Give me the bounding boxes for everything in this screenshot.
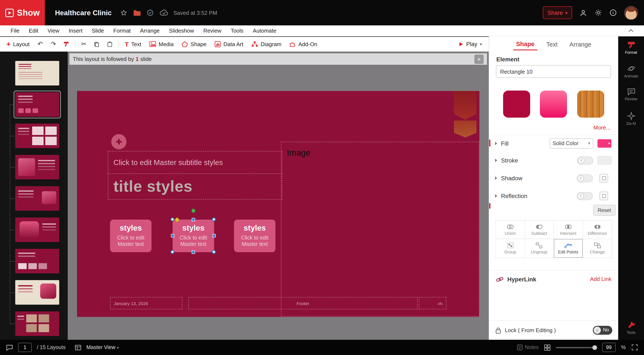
medical-cross-badge[interactable] [111,134,126,149]
reset-button[interactable]: Reset [593,205,616,216]
subtract-button[interactable]: Subtract [525,220,554,239]
notes-button[interactable]: Notes [517,344,538,350]
tab-text[interactable]: Text [543,38,560,50]
format-painter-button[interactable] [62,39,71,49]
grid-view-icon[interactable] [544,344,550,350]
shadow-settings-button[interactable] [600,174,608,182]
subtitle-placeholder[interactable]: Click to edit Master subtitle styles [108,151,282,174]
chevron-down-icon[interactable]: ▾ [480,42,482,46]
layout-button[interactable]: + Layout [4,39,32,49]
layout-thumbnail[interactable] [15,218,59,242]
shape-button[interactable]: Shape [180,40,208,48]
content-box-selected[interactable]: styles Click to edit Master text [173,220,214,252]
zoom-slider[interactable] [556,347,596,348]
diagram-button[interactable]: Diagram [249,40,284,48]
ribbon-shape[interactable] [454,91,476,120]
lock-toggle[interactable]: ‖ No [593,326,612,335]
close-icon[interactable]: × [474,54,484,64]
user-avatar[interactable] [624,6,638,20]
comment-bubble-icon[interactable] [6,344,13,350]
collaborators-icon[interactable] [579,9,587,17]
star-icon[interactable] [120,9,127,16]
info-icon[interactable] [609,9,617,16]
resize-handle-sw[interactable] [170,250,174,254]
layout-thumbnail[interactable] [15,280,59,305]
layout-thumbnail[interactable] [15,249,59,273]
text-tool-button[interactable]: T Text [123,39,144,49]
content-box[interactable]: styles Click to edit Master text [110,220,152,252]
rail-format-button[interactable]: Format [618,40,644,54]
menu-edit[interactable]: Edit [24,28,43,34]
resize-handle-w[interactable] [171,234,174,237]
menu-arrange[interactable]: Arrange [136,28,164,34]
ungroup-button[interactable]: Ungroup [525,239,554,258]
element-name-input[interactable] [496,65,611,78]
resize-handle-nw[interactable] [170,218,174,221]
reflection-toggle[interactable]: ‖ [577,192,593,200]
title-placeholder[interactable]: title styles [108,174,282,200]
current-slide-box[interactable]: 1 [18,343,32,352]
menu-view[interactable]: View [43,28,64,34]
resize-handle-ne[interactable] [212,218,216,221]
data-art-button[interactable]: Data Art [212,40,246,48]
cut-button[interactable]: ✂ [79,39,88,49]
menu-slide[interactable]: Slide [87,28,109,34]
change-shape-button[interactable]: Change [583,239,612,258]
difference-button[interactable]: Difference [583,220,612,239]
master-thumbnail[interactable] [15,61,59,86]
edit-points-button[interactable]: Edit Points [554,239,583,258]
add-link-button[interactable]: Add Link [590,276,612,282]
folder-icon[interactable] [133,10,141,16]
layout-thumbnail-selected[interactable] [15,92,59,117]
style-swatch-wood[interactable] [577,90,604,118]
collapse-toolbar-icon[interactable] [628,29,634,32]
version-check-icon[interactable] [147,9,154,16]
menu-automate[interactable]: Automate [248,28,281,34]
view-mode-dropdown[interactable]: Master View ▾ [86,344,119,350]
resize-handle-se[interactable] [212,250,216,254]
zoom-slider-knob[interactable] [592,345,597,350]
slide-editor[interactable]: Click to edit Master subtitle styles tit… [77,91,480,317]
menu-insert[interactable]: Insert [64,28,87,34]
style-swatch-gradient[interactable] [540,90,567,118]
share-button[interactable]: Share ▾ [543,6,572,19]
menu-format[interactable]: Format [109,28,136,34]
slide-number-placeholder[interactable]: ‹#› [419,297,446,309]
image-placeholder[interactable]: Image [281,142,480,316]
zoom-value-box[interactable]: 99 [602,343,616,352]
copy-button[interactable] [92,39,102,49]
redo-button[interactable]: ↷ [49,39,58,49]
shadow-expand-icon[interactable] [495,176,497,180]
reflection-expand-icon[interactable] [495,194,497,198]
layout-thumbnail[interactable] [15,186,59,211]
resize-handle-n[interactable] [192,218,195,221]
union-button[interactable]: Union [496,220,525,239]
paste-button[interactable] [105,39,115,49]
tab-arrange[interactable]: Arrange [566,38,594,50]
shadow-toggle[interactable]: ‖ [577,174,593,182]
layout-thumbnail[interactable] [15,312,59,336]
more-styles-link[interactable]: More... [594,124,610,131]
tab-shape[interactable]: Shape [513,38,537,50]
footer-placeholder[interactable]: Footer [188,297,418,309]
intersect-button[interactable]: Intersect [554,220,583,239]
rail-animate-button[interactable]: Animate [618,64,644,78]
layout-thumbnail[interactable] [15,124,59,148]
rail-zia-button[interactable]: Zia AI [618,112,644,126]
stroke-expand-icon[interactable] [495,159,497,162]
menu-file[interactable]: File [6,28,24,34]
menu-review[interactable]: Review [199,28,226,34]
date-placeholder[interactable]: January 13, 2026 [110,297,182,309]
settings-gear-icon[interactable] [594,9,602,16]
rotation-handle[interactable] [191,208,196,213]
group-button[interactable]: Group [496,239,525,258]
add-on-button[interactable]: Add-On [287,40,320,48]
rail-tools-button[interactable]: Tools [618,321,644,335]
fill-expand-icon[interactable] [495,142,497,145]
reflection-settings-button[interactable] [600,192,608,200]
rail-review-button[interactable]: Review [618,88,644,101]
fill-color-swatch[interactable]: ▾ [598,139,612,148]
play-button[interactable]: Play ▾ [458,41,482,47]
menu-tools[interactable]: Tools [226,28,248,34]
fit-to-screen-icon[interactable] [631,344,638,351]
